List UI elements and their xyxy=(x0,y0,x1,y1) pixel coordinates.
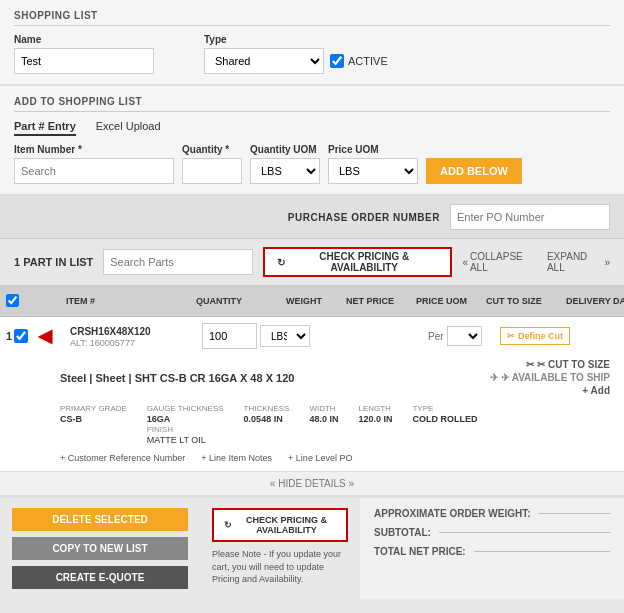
price-uom-row-select[interactable] xyxy=(447,326,482,346)
item-qty-input[interactable] xyxy=(202,323,257,349)
bottom-section: DELETE SELECTED COPY TO NEW LIST CREATE … xyxy=(0,497,624,599)
copy-to-new-list-button[interactable]: COPY TO NEW LIST xyxy=(12,537,188,560)
item-description-row: Steel | Sheet | SHT CS-B CR 16GA X 48 X … xyxy=(0,355,624,400)
check-pricing-bottom-button[interactable]: ↻ CHECK PRICING & AVAILABILITY xyxy=(212,508,348,542)
table-header: ITEM # QUANTITY WEIGHT NET PRICE PRICE U… xyxy=(0,286,624,317)
chevron-right-icon: » xyxy=(604,257,610,268)
price-uom-label: Price UOM xyxy=(328,144,418,155)
line-item-notes-link[interactable]: + Line Item Notes xyxy=(201,453,272,463)
col-header-weight: WEIGHT xyxy=(286,296,346,306)
item-number-label: Item Number * xyxy=(14,144,174,155)
item-row-container: 1 ◀ CRSH16X48X120 ALT: 160005777 LBSEA P… xyxy=(0,317,624,497)
po-section: PURCHASE ORDER NUMBER xyxy=(0,196,624,239)
check-pricing-label: CHECK PRICING & AVAILABILITY xyxy=(290,251,438,273)
shopping-list-title: SHOPPING LIST xyxy=(14,10,610,26)
shopping-list-section: SHOPPING LIST Name Type Shared Personal … xyxy=(0,0,624,86)
quantity-label: Quantity * xyxy=(182,144,242,155)
prop-label-length: Length xyxy=(358,404,392,413)
cut-to-size-cell: ✂ Define Cut xyxy=(500,327,580,345)
create-e-quote-button[interactable]: CREATE E-QUOTE xyxy=(12,566,188,589)
col-header-item: ITEM # xyxy=(66,296,196,306)
add-below-group: . ADD BELOW xyxy=(426,144,522,184)
col-header-check xyxy=(6,294,36,309)
prop-label-type: Type xyxy=(412,404,477,413)
prop-value-type: COLD ROLLED xyxy=(412,414,477,424)
list-header: 1 PART IN LIST ↻ CHECK PRICING & AVAILAB… xyxy=(0,239,624,286)
prop-value-length: 120.0 IN xyxy=(358,414,392,424)
prop-value-width: 48.0 IN xyxy=(309,414,338,424)
prop-width: Width 48.0 IN xyxy=(309,404,338,445)
check-pricing-bottom-label: CHECK PRICING & AVAILABILITY xyxy=(237,515,336,535)
name-input[interactable] xyxy=(14,48,154,74)
customer-ref-link[interactable]: + Customer Reference Number xyxy=(60,453,185,463)
add-tabs: Part # Entry Excel Upload xyxy=(14,120,610,136)
cut-size-info: ✂ ✂ CUT TO SIZE ✈ ✈ AVAILABLE TO SHIP + … xyxy=(490,359,610,396)
item-links: + Customer Reference Number + Line Item … xyxy=(0,449,624,471)
item-uom-select[interactable]: LBSEA xyxy=(260,325,310,347)
ship-icon: ✈ xyxy=(490,372,498,383)
bottom-right: APPROXIMATE ORDER WEIGHT: SUBTOTAL: TOTA… xyxy=(360,498,624,599)
item-number-group: Item Number * xyxy=(14,144,174,184)
item-properties: Primary Grade CS-B Gauge Thickness 16GA … xyxy=(0,400,624,449)
quantity-input[interactable] xyxy=(182,158,242,184)
arrow-icon: ◀ xyxy=(38,326,52,346)
col-header-qty: QUANTITY xyxy=(196,296,286,306)
expand-all-button[interactable]: EXPAND ALL » xyxy=(547,251,610,273)
total-net-row: TOTAL NET PRICE: xyxy=(374,546,610,557)
search-parts-input[interactable] xyxy=(103,249,253,275)
prop-label-thickness: Thickness xyxy=(244,404,290,413)
add-to-list-title: ADD TO SHOPPING LIST xyxy=(14,96,610,112)
prop-primary-grade: Primary Grade CS-B xyxy=(60,404,127,445)
collapse-all-button[interactable]: « COLLAPSE ALL xyxy=(462,251,537,273)
row-num-check: 1 xyxy=(6,329,36,343)
per-label: Per xyxy=(428,331,444,342)
scissors-icon: ✂ xyxy=(507,331,515,341)
item-number-input[interactable] xyxy=(14,158,174,184)
prop-value-thickness: 0.0548 IN xyxy=(244,414,290,424)
add-to-list-section: ADD TO SHOPPING LIST Part # Entry Excel … xyxy=(0,86,624,196)
prop-label-grade: Primary Grade xyxy=(60,404,127,413)
qty-uom-select[interactable]: LBSEAFTIN xyxy=(250,158,320,184)
line-level-po-link[interactable]: + Line Level PO xyxy=(288,453,352,463)
prop-label-finish: Finish xyxy=(147,425,224,434)
cut-to-size-label: ✂ ✂ CUT TO SIZE xyxy=(526,359,610,370)
tab-part-entry[interactable]: Part # Entry xyxy=(14,120,76,136)
type-field-group: Type Shared Personal ACTIVE xyxy=(204,34,388,74)
po-input[interactable] xyxy=(450,204,610,230)
active-check-group: ACTIVE xyxy=(330,54,388,68)
col-header-cut: CUT TO SIZE xyxy=(486,296,566,306)
qty-uom-label: Quantity UOM xyxy=(250,144,320,155)
total-net-label: TOTAL NET PRICE: xyxy=(374,546,466,557)
prop-type: Type COLD ROLLED xyxy=(412,404,477,445)
po-label: PURCHASE ORDER NUMBER xyxy=(288,212,440,223)
price-uom-select[interactable]: LBSEAFT xyxy=(328,158,418,184)
qty-uom-group: Quantity UOM LBSEAFTIN xyxy=(250,144,320,184)
hide-details-button[interactable]: « HIDE DETAILS » xyxy=(0,471,624,496)
available-to-ship-label: ✈ ✈ AVAILABLE TO SHIP xyxy=(490,372,610,383)
prop-value-gauge: 16GA xyxy=(147,414,224,424)
price-uom-cell: Per xyxy=(428,326,498,346)
add-link[interactable]: + Add xyxy=(582,385,610,396)
check-pricing-button[interactable]: ↻ CHECK PRICING & AVAILABILITY xyxy=(263,247,452,277)
add-row: Item Number * Quantity * Quantity UOM LB… xyxy=(14,144,610,184)
qty-cell: LBSEA xyxy=(202,323,292,349)
active-checkbox[interactable] xyxy=(330,54,344,68)
item-code-cell: CRSH16X48X120 ALT: 160005777 xyxy=(70,325,200,348)
select-all-checkbox[interactable] xyxy=(6,294,19,307)
define-cut-button[interactable]: ✂ Define Cut xyxy=(500,327,570,345)
type-label: Type xyxy=(204,34,388,45)
tab-excel-upload[interactable]: Excel Upload xyxy=(96,120,161,136)
name-field-group: Name xyxy=(14,34,154,74)
item-checkbox[interactable] xyxy=(14,329,28,343)
chevron-left-icon: « xyxy=(462,257,468,268)
delete-selected-button[interactable]: DELETE SELECTED xyxy=(12,508,188,531)
collapse-expand-group: « COLLAPSE ALL EXPAND ALL » xyxy=(462,251,610,273)
scissors-icon-2: ✂ xyxy=(526,359,534,370)
type-select[interactable]: Shared Personal xyxy=(204,48,324,74)
add-below-button[interactable]: ADD BELOW xyxy=(426,158,522,184)
quantity-group: Quantity * xyxy=(182,144,242,184)
prop-length: Length 120.0 IN xyxy=(358,404,392,445)
name-label: Name xyxy=(14,34,154,45)
bottom-left: DELETE SELECTED COPY TO NEW LIST CREATE … xyxy=(0,498,200,599)
table-row: 1 ◀ CRSH16X48X120 ALT: 160005777 LBSEA P… xyxy=(0,317,624,355)
